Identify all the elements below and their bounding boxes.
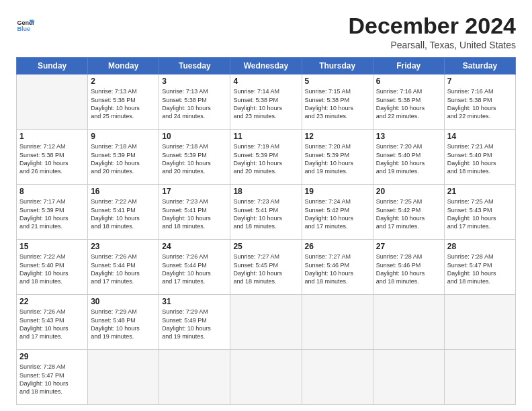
day-info: Sunrise: 7:18 AMSunset: 5:39 PMDaylight:… bbox=[91, 142, 156, 175]
calendar-cell bbox=[373, 295, 444, 350]
calendar-cell: 23Sunrise: 7:26 AMSunset: 5:44 PMDayligh… bbox=[88, 240, 159, 295]
calendar-cell bbox=[373, 350, 444, 405]
title-block: December 2024 Pearsall, Texas, United St… bbox=[348, 13, 516, 50]
day-number: 19 bbox=[305, 187, 370, 196]
dow-header: Saturday bbox=[444, 58, 515, 75]
day-number: 11 bbox=[233, 132, 298, 141]
day-info: Sunrise: 7:14 AMSunset: 5:38 PMDaylight:… bbox=[233, 87, 298, 120]
day-number: 22 bbox=[19, 297, 85, 306]
calendar-cell bbox=[17, 75, 88, 130]
main-title: December 2024 bbox=[348, 13, 516, 38]
calendar-cell: 2Sunrise: 7:13 AMSunset: 5:38 PMDaylight… bbox=[88, 75, 159, 130]
page: General Blue December 2024 Pearsall, Tex… bbox=[0, 0, 532, 411]
calendar-cell: 10Sunrise: 7:18 AMSunset: 5:39 PMDayligh… bbox=[159, 130, 230, 185]
day-info: Sunrise: 7:23 AMSunset: 5:41 PMDaylight:… bbox=[233, 197, 298, 230]
day-info: Sunrise: 7:28 AMSunset: 5:47 PMDaylight:… bbox=[19, 363, 85, 396]
logo: General Blue bbox=[16, 16, 38, 35]
calendar-cell: 4Sunrise: 7:14 AMSunset: 5:38 PMDaylight… bbox=[230, 75, 302, 130]
day-info: Sunrise: 7:16 AMSunset: 5:38 PMDaylight:… bbox=[447, 87, 513, 120]
calendar-cell bbox=[230, 295, 302, 350]
calendar-cell: 28Sunrise: 7:28 AMSunset: 5:47 PMDayligh… bbox=[444, 240, 515, 295]
day-info: Sunrise: 7:13 AMSunset: 5:38 PMDaylight:… bbox=[91, 87, 156, 120]
calendar-cell: 3Sunrise: 7:13 AMSunset: 5:38 PMDaylight… bbox=[159, 75, 230, 130]
calendar-cell: 13Sunrise: 7:20 AMSunset: 5:40 PMDayligh… bbox=[373, 130, 444, 185]
calendar-cell bbox=[302, 295, 373, 350]
day-number: 17 bbox=[162, 187, 227, 196]
dow-header: Tuesday bbox=[159, 58, 230, 75]
calendar-cell: 30Sunrise: 7:29 AMSunset: 5:48 PMDayligh… bbox=[88, 295, 159, 350]
day-number: 3 bbox=[162, 77, 227, 86]
day-number: 24 bbox=[162, 242, 227, 251]
calendar-cell bbox=[88, 350, 159, 405]
calendar-cell bbox=[444, 350, 515, 405]
day-info: Sunrise: 7:24 AMSunset: 5:42 PMDaylight:… bbox=[305, 197, 370, 230]
day-number: 14 bbox=[447, 132, 513, 141]
day-info: Sunrise: 7:16 AMSunset: 5:38 PMDaylight:… bbox=[376, 87, 441, 120]
day-info: Sunrise: 7:26 AMSunset: 5:44 PMDaylight:… bbox=[91, 253, 156, 285]
day-number: 31 bbox=[162, 297, 227, 306]
calendar-cell: 21Sunrise: 7:25 AMSunset: 5:43 PMDayligh… bbox=[444, 185, 515, 240]
dow-header: Thursday bbox=[302, 58, 373, 75]
dow-header: Wednesday bbox=[230, 58, 302, 75]
day-number: 29 bbox=[19, 352, 85, 361]
day-number: 4 bbox=[233, 77, 298, 86]
calendar-cell bbox=[230, 350, 302, 405]
day-info: Sunrise: 7:25 AMSunset: 5:43 PMDaylight:… bbox=[447, 197, 513, 230]
calendar-cell: 8Sunrise: 7:17 AMSunset: 5:39 PMDaylight… bbox=[17, 185, 88, 240]
day-info: Sunrise: 7:25 AMSunset: 5:42 PMDaylight:… bbox=[376, 197, 441, 230]
day-info: Sunrise: 7:13 AMSunset: 5:38 PMDaylight:… bbox=[162, 87, 227, 120]
calendar-cell: 14Sunrise: 7:21 AMSunset: 5:40 PMDayligh… bbox=[444, 130, 515, 185]
day-info: Sunrise: 7:22 AMSunset: 5:40 PMDaylight:… bbox=[19, 253, 85, 285]
dow-header: Monday bbox=[88, 58, 159, 75]
day-info: Sunrise: 7:20 AMSunset: 5:39 PMDaylight:… bbox=[305, 142, 370, 175]
calendar-cell: 1Sunrise: 7:12 AMSunset: 5:38 PMDaylight… bbox=[17, 130, 88, 185]
day-info: Sunrise: 7:18 AMSunset: 5:39 PMDaylight:… bbox=[162, 142, 227, 175]
header: General Blue December 2024 Pearsall, Tex… bbox=[16, 13, 516, 50]
day-number: 6 bbox=[376, 77, 441, 86]
calendar-cell: 27Sunrise: 7:28 AMSunset: 5:46 PMDayligh… bbox=[373, 240, 444, 295]
day-number: 25 bbox=[233, 242, 298, 251]
svg-text:Blue: Blue bbox=[17, 26, 30, 32]
day-info: Sunrise: 7:22 AMSunset: 5:41 PMDaylight:… bbox=[91, 197, 156, 230]
calendar-cell: 9Sunrise: 7:18 AMSunset: 5:39 PMDaylight… bbox=[88, 130, 159, 185]
day-info: Sunrise: 7:17 AMSunset: 5:39 PMDaylight:… bbox=[19, 197, 85, 230]
calendar-cell: 11Sunrise: 7:19 AMSunset: 5:39 PMDayligh… bbox=[230, 130, 302, 185]
calendar-cell: 29Sunrise: 7:28 AMSunset: 5:47 PMDayligh… bbox=[17, 350, 88, 405]
day-number: 8 bbox=[19, 187, 85, 196]
day-info: Sunrise: 7:28 AMSunset: 5:47 PMDaylight:… bbox=[447, 253, 513, 285]
day-info: Sunrise: 7:26 AMSunset: 5:44 PMDaylight:… bbox=[162, 253, 227, 285]
day-number: 16 bbox=[91, 187, 156, 196]
calendar-cell: 17Sunrise: 7:23 AMSunset: 5:41 PMDayligh… bbox=[159, 185, 230, 240]
day-number: 28 bbox=[447, 242, 513, 251]
day-number: 7 bbox=[447, 77, 513, 86]
day-info: Sunrise: 7:29 AMSunset: 5:48 PMDaylight:… bbox=[91, 308, 156, 340]
day-info: Sunrise: 7:15 AMSunset: 5:38 PMDaylight:… bbox=[305, 87, 370, 120]
day-number: 1 bbox=[19, 132, 85, 141]
day-number: 27 bbox=[376, 242, 441, 251]
calendar-cell: 5Sunrise: 7:15 AMSunset: 5:38 PMDaylight… bbox=[302, 75, 373, 130]
day-number: 9 bbox=[91, 132, 156, 141]
calendar-cell: 7Sunrise: 7:16 AMSunset: 5:38 PMDaylight… bbox=[444, 75, 515, 130]
calendar-cell bbox=[302, 350, 373, 405]
calendar-cell: 16Sunrise: 7:22 AMSunset: 5:41 PMDayligh… bbox=[88, 185, 159, 240]
calendar-cell: 26Sunrise: 7:27 AMSunset: 5:46 PMDayligh… bbox=[302, 240, 373, 295]
day-number: 2 bbox=[91, 77, 156, 86]
day-number: 12 bbox=[305, 132, 370, 141]
calendar-cell: 18Sunrise: 7:23 AMSunset: 5:41 PMDayligh… bbox=[230, 185, 302, 240]
calendar-cell: 31Sunrise: 7:29 AMSunset: 5:49 PMDayligh… bbox=[159, 295, 230, 350]
day-info: Sunrise: 7:20 AMSunset: 5:40 PMDaylight:… bbox=[376, 142, 441, 175]
day-number: 10 bbox=[162, 132, 227, 141]
day-info: Sunrise: 7:29 AMSunset: 5:49 PMDaylight:… bbox=[162, 308, 227, 340]
day-info: Sunrise: 7:21 AMSunset: 5:40 PMDaylight:… bbox=[447, 142, 513, 175]
day-number: 30 bbox=[91, 297, 156, 306]
dow-header: Friday bbox=[373, 58, 444, 75]
day-number: 13 bbox=[376, 132, 441, 141]
calendar-cell: 24Sunrise: 7:26 AMSunset: 5:44 PMDayligh… bbox=[159, 240, 230, 295]
day-info: Sunrise: 7:26 AMSunset: 5:43 PMDaylight:… bbox=[19, 308, 85, 340]
calendar-cell bbox=[444, 295, 515, 350]
day-number: 23 bbox=[91, 242, 156, 251]
day-number: 26 bbox=[305, 242, 370, 251]
calendar-cell: 15Sunrise: 7:22 AMSunset: 5:40 PMDayligh… bbox=[17, 240, 88, 295]
calendar: SundayMondayTuesdayWednesdayThursdayFrid… bbox=[16, 57, 516, 405]
day-info: Sunrise: 7:28 AMSunset: 5:46 PMDaylight:… bbox=[376, 253, 441, 285]
